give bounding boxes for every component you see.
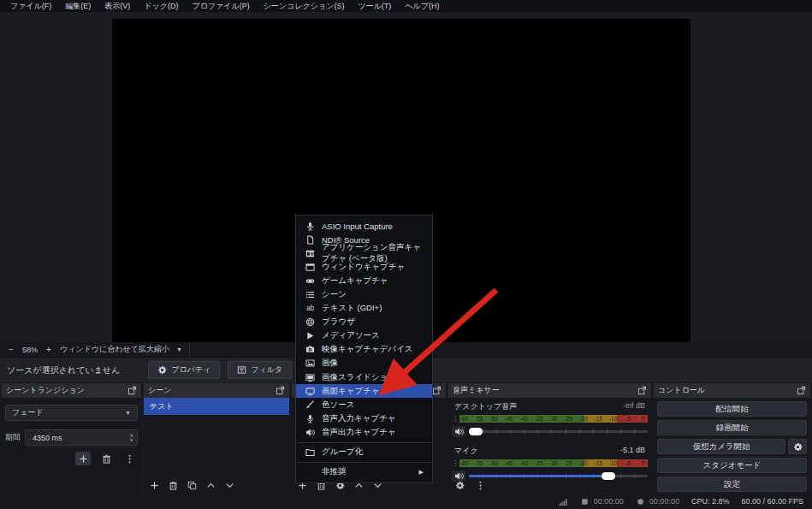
transition-select[interactable]: フェード ▼ [5,405,138,421]
zoom-in-button[interactable]: + [44,345,53,354]
properties-button[interactable]: プロパティ [148,361,220,379]
menu-item-app-audio-capture[interactable]: アプリケーション音声キャプチャ (ベータ版) [296,246,432,260]
mixer-menu-kebab-icon[interactable] [476,481,485,490]
menu-view[interactable]: 表示(V) [98,1,137,12]
bandwidth-bars-icon [559,497,568,506]
scene-down-button[interactable] [225,481,234,490]
menu-edit[interactable]: 編集(E) [58,1,98,12]
controls-panel: コントロール 配信開始 録画開始 仮想カメラ開始 スタジオモード 設定 [654,383,810,493]
camera-icon [305,345,315,355]
menu-item-video-capture-device[interactable]: 映像キャプチャデバイス [296,343,432,357]
stream-status-icon [580,497,590,506]
app-audio-icon [305,248,315,258]
gear-icon [793,442,803,452]
chevron-down-icon[interactable]: ▼ [176,346,182,352]
panel-title: コントロール [658,385,705,396]
popout-icon[interactable] [637,386,647,395]
start-streaming-button[interactable]: 配信開始 [657,401,807,417]
menu-scene-collection[interactable]: シーンコレクション(S) [257,1,352,12]
spinner-arrows[interactable]: ∧∨ [130,434,135,442]
scene-up-button[interactable] [206,481,216,490]
speaker-icon[interactable] [452,426,465,437]
menu-item-asio-input-capture[interactable]: ASIO Input Capture [296,219,432,233]
advanced-audio-gear-icon[interactable] [455,481,465,490]
menu-profile[interactable]: プロファイル(P) [185,1,256,12]
menu-item-audio-input-capture[interactable]: 音声入力キャプチャ [296,411,432,425]
menu-item-group[interactable]: グループ化 [296,446,432,459]
scenes-panel: シーン テスト [144,383,289,493]
popout-icon[interactable] [797,386,806,395]
channel-level: -inf dB [623,401,645,412]
channel-name: デスクトップ音声 [454,401,517,412]
menu-help[interactable]: ヘルプ(H) [398,1,446,12]
popout-icon[interactable] [127,386,137,395]
panel-title: シーン [148,385,171,396]
menu-item-label: 非推奨 [322,466,347,477]
status-bar: 00:00:00 00:00:00 CPU: 2.8% 60.00 / 60.0… [0,494,812,509]
menu-docks[interactable]: ドック(D) [137,1,185,12]
volume-meter: -60-55-50-45-40-35-30-25-20-15-10-50 [459,459,648,467]
menu-item-scene[interactable]: シーン [296,287,432,301]
menu-item-label: 色ソース [322,400,354,411]
transition-properties-button[interactable] [122,452,137,465]
panel-title: シーントランジション [6,385,85,396]
menu-item-label: 画面キャプチャ [322,386,380,397]
slider-handle[interactable] [469,428,483,435]
menu-file[interactable]: ファイル(F) [3,1,58,12]
start-recording-button[interactable]: 録画開始 [657,420,807,435]
monitor-icon [305,386,315,396]
filters-button[interactable]: フィルタ [228,361,292,379]
slider-handle[interactable] [602,472,615,480]
zoom-out-button[interactable]: − [7,345,15,354]
menu-item-label: 音声出力キャプチャ [322,427,396,438]
menu-item-deprecated[interactable]: 非推奨 ▶ [296,465,432,479]
menu-item-image-slideshow[interactable]: 画像スライドショー [296,370,432,384]
volume-slider[interactable] [469,426,648,437]
add-transition-button[interactable] [75,452,91,465]
scene-item-selected[interactable]: テスト [144,398,289,415]
menu-item-game-capture[interactable]: ゲームキャプチャ [296,274,432,287]
properties-label: プロパティ [171,364,210,376]
menu-item-label: ASIO Input Capture [322,222,393,231]
scene-transitions-title: シーントランジション [2,383,141,398]
popout-icon[interactable] [432,386,442,395]
studio-mode-button[interactable]: スタジオモード [657,458,807,473]
volume-slider[interactable] [469,471,648,482]
fit-to-window-label[interactable]: ウィンドウに合わせて拡大縮小 [60,344,169,355]
remove-scene-button[interactable] [169,481,178,490]
scene-filters-button[interactable] [187,481,197,490]
menu-tools[interactable]: ツール(T) [351,1,398,12]
menu-item-label: グループ化 [322,447,363,458]
menu-item-image[interactable]: 画像 [296,357,432,370]
menu-item-display-capture[interactable]: 画面キャプチャ [296,384,432,398]
chevron-down-icon: ▼ [125,410,131,416]
stream-time: 00:00:00 [594,497,624,506]
virtual-camera-settings-button[interactable] [788,439,807,454]
folder-icon [305,447,315,458]
drag-grip-icon[interactable]: ⋮ [452,417,458,420]
zoom-level: 58% [22,346,38,354]
settings-button[interactable]: 設定 [657,476,807,492]
window-icon [305,262,315,272]
no-source-selected-text: ソースが選択されていません [7,364,120,376]
filter-icon [237,365,246,375]
menu-item-audio-output-capture[interactable]: 音声出力キャプチャ [296,425,432,439]
file-icon [305,234,315,245]
menu-item-label: テキスト (GDI+) [322,303,382,314]
drag-grip-icon[interactable]: ⋮ [452,462,458,465]
list-icon [305,290,315,300]
menu-item-color-source[interactable]: 色ソース [296,398,432,411]
mic-icon [305,221,315,231]
fps-counter: 60.00 / 60.00 FPS [741,497,803,506]
menu-item-text-gdi[interactable]: ab テキスト (GDI+) [296,302,432,316]
add-scene-button[interactable] [150,481,159,490]
duration-value: 4350 ms [33,434,62,442]
duration-input[interactable]: 4350 ms ∧∨ [25,429,138,446]
menubar: ファイル(F) 編集(E) 表示(V) ドック(D) プロファイル(P) シーン… [0,0,812,12]
start-virtual-camera-button[interactable]: 仮想カメラ開始 [657,439,785,454]
remove-transition-button[interactable] [98,452,114,465]
popout-icon[interactable] [276,386,285,395]
menu-item-media-source[interactable]: メディアソース [296,329,432,343]
menu-item-browser[interactable]: ブラウザ [296,316,432,329]
mixer-channel-mic: マイク -5.1 dB ⋮ -60-55-50-45-40-35-30-25-2… [448,446,651,482]
